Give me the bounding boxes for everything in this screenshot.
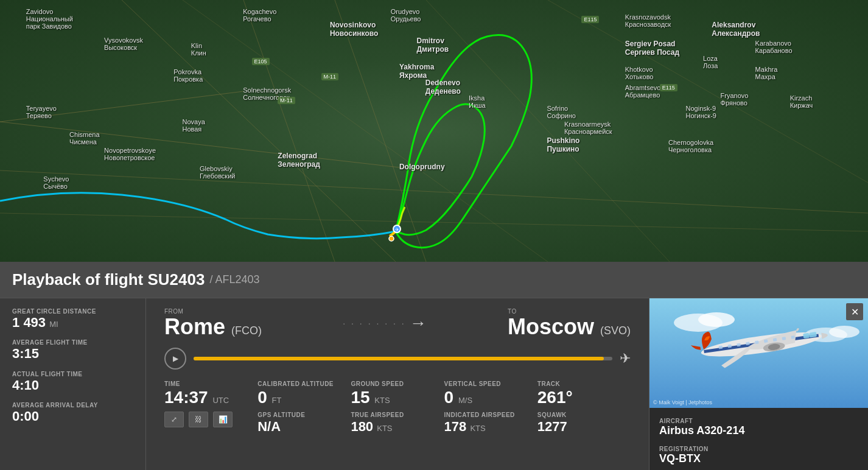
avg-flight-label: AVERAGE FLIGHT TIME	[12, 339, 133, 346]
avg-arrival-value: 0:00	[12, 409, 133, 424]
road-m11-2: M-11	[321, 73, 339, 80]
right-aircraft-panel: ✕	[649, 298, 868, 470]
squawk-value: 1277	[537, 419, 618, 434]
map-area: ✈ NovosinkovoНовосинково DmitrovДмитров …	[0, 0, 868, 262]
indicated-as-label: INDICATED AIRSPEED	[444, 412, 525, 418]
svg-rect-32	[773, 338, 777, 342]
time-value: 14:37 UTC	[164, 388, 245, 407]
svg-rect-27	[727, 345, 732, 348]
svg-point-19	[829, 326, 859, 338]
svg-line-6	[0, 213, 868, 231]
svg-rect-31	[764, 339, 768, 343]
registration-row: REGISTRATION VQ-BTX	[659, 446, 858, 465]
svg-rect-22	[809, 332, 817, 338]
track-value: 261°	[537, 388, 618, 407]
svg-line-9	[548, 0, 868, 183]
cal-alt-col: CALIBRATED ALTITUDE 0 FT GPS ALTITUDE N/…	[257, 381, 351, 435]
aircraft-details: AIRCRAFT Airbus A320-214 REGISTRATION VQ…	[649, 408, 868, 470]
road-e105: E105	[252, 58, 270, 65]
svg-line-5	[0, 170, 868, 213]
expand-icon-btn[interactable]: ⤢	[164, 412, 184, 427]
progress-bar[interactable]	[194, 357, 612, 360]
playback-row: ▶ ✈	[164, 348, 631, 370]
cal-alt-value: 0 FT	[257, 388, 338, 407]
aircraft-photo: © Maik Voigt | Jetphotos	[649, 298, 868, 408]
progress-fill	[194, 357, 604, 360]
svg-point-17	[698, 312, 735, 327]
great-circle-label: GREAT CIRCLE DISTANCE	[12, 308, 133, 315]
vert-speed-col: VERTICAL SPEED 0 M/S INDICATED AIRSPEED …	[444, 381, 537, 435]
ground-speed-col: GROUND SPEED 15 KTS TRUE AIRSPEED 180 KT…	[351, 381, 444, 435]
chart-icon-btn[interactable]: 📊	[213, 412, 233, 427]
avg-arrival-stat: AVERAGE ARRIVAL DELAY 0:00	[12, 402, 133, 424]
road-m11-1: M-11	[278, 97, 295, 104]
playback-icons: ⤢ ⛓ 📊	[164, 412, 245, 427]
actual-flight-stat: ACTUAL FLIGHT TIME 4:10	[12, 371, 133, 393]
indicated-as-value: 178 KTS	[444, 419, 525, 434]
svg-rect-34	[791, 335, 795, 339]
route-to: TO Moscow (SVO)	[508, 308, 631, 339]
svg-line-1	[0, 91, 243, 122]
svg-rect-23	[803, 333, 810, 338]
aircraft-type-label: AIRCRAFT	[659, 418, 858, 424]
time-label: TIME	[164, 381, 245, 387]
gps-alt-label: GPS ALTITUDE	[257, 412, 338, 418]
avg-arrival-label: AVERAGE ARRIVAL DELAY	[12, 402, 133, 409]
track-label: TRACK	[537, 381, 618, 387]
ground-speed-label: GROUND SPEED	[351, 381, 432, 387]
to-city: Moscow (SVO)	[508, 315, 631, 339]
plane-end-icon: ✈	[620, 351, 631, 367]
road-e115-1: E115	[581, 16, 599, 23]
bottom-panel: Playback of flight SU2403 / AFL2403 GREA…	[0, 262, 868, 470]
flight-title: Playback of flight SU2403	[12, 270, 205, 289]
data-grid: TIME 14:37 UTC ⤢ ⛓ 📊 CALIBRATED ALTITUDE	[164, 381, 631, 435]
flight-subtitle: / AFL2403	[209, 273, 259, 286]
svg-line-7	[183, 0, 548, 262]
left-stats: GREAT CIRCLE DISTANCE 1 493 MI AVERAGE F…	[0, 298, 146, 470]
route-arrow: · · · · · · · · →	[262, 314, 508, 333]
avg-flight-stat: AVERAGE FLIGHT TIME 3:15	[12, 339, 133, 362]
avg-flight-value: 3:15	[12, 346, 133, 362]
actual-flight-label: ACTUAL FLIGHT TIME	[12, 371, 133, 377]
close-button[interactable]: ✕	[846, 303, 863, 320]
play-button[interactable]: ▶	[164, 348, 186, 370]
ground-speed-value: 15 KTS	[351, 388, 432, 407]
track-col: TRACK 261° SQUAWK 1277	[537, 381, 631, 435]
svg-line-0	[0, 122, 426, 170]
title-bar: Playback of flight SU2403 / AFL2403	[0, 262, 868, 298]
svg-text:✈: ✈	[395, 227, 399, 233]
actual-flight-value: 4:10	[12, 377, 133, 393]
from-city: Rome (FCO)	[164, 315, 262, 339]
great-circle-value: 1 493 MI	[12, 315, 133, 331]
vert-speed-label: VERTICAL SPEED	[444, 381, 525, 387]
logo-area: ✈ flightradar24	[12, 468, 133, 470]
info-area: GREAT CIRCLE DISTANCE 1 493 MI AVERAGE F…	[0, 298, 868, 470]
route-from: FROM Rome (FCO)	[164, 308, 262, 339]
svg-line-2	[122, 0, 396, 262]
registration-label: REGISTRATION	[659, 446, 858, 452]
registration-value: VQ-BTX	[659, 452, 858, 465]
svg-rect-30	[755, 340, 759, 344]
cal-alt-label: CALIBRATED ALTITUDE	[257, 381, 338, 387]
gps-alt-value: N/A	[257, 419, 338, 434]
vert-speed-value: 0 M/S	[444, 388, 525, 407]
great-circle-stat: GREAT CIRCLE DISTANCE 1 493 MI	[12, 308, 133, 331]
svg-rect-28	[737, 343, 741, 347]
middle-info: FROM Rome (FCO) · · · · · · · · → TO Mos…	[146, 298, 649, 470]
squawk-label: SQUAWK	[537, 412, 618, 418]
aircraft-type-row: AIRCRAFT Airbus A320-214	[659, 418, 858, 437]
svg-rect-33	[782, 337, 786, 340]
photo-credit: © Maik Voigt | Jetphotos	[653, 399, 712, 405]
aircraft-photo-svg	[649, 298, 868, 408]
svg-rect-26	[719, 346, 723, 349]
road-e115-2: E115	[660, 84, 677, 91]
svg-rect-29	[746, 342, 750, 345]
aircraft-type-value: Airbus A320-214	[659, 424, 858, 437]
true-airspeed-value: 180 KTS	[351, 419, 432, 434]
route-row: FROM Rome (FCO) · · · · · · · · → TO Mos…	[164, 308, 631, 339]
svg-line-3	[243, 0, 335, 262]
true-airspeed-label: TRUE AIRSPEED	[351, 412, 432, 418]
svg-point-10	[389, 236, 394, 241]
time-col: TIME 14:37 UTC ⤢ ⛓ 📊	[164, 381, 257, 435]
link-icon-btn[interactable]: ⛓	[189, 412, 208, 427]
